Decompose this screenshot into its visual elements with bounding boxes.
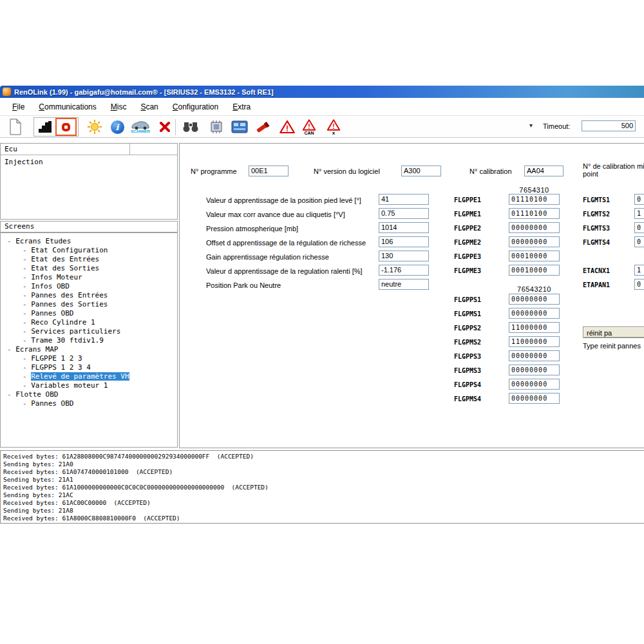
- parameter-value-field[interactable]: 106: [379, 236, 429, 247]
- warning-clear-icon: !: [326, 119, 341, 131]
- tree-item[interactable]: Trame 30 ftdiv1.9: [1, 336, 177, 345]
- tree-item[interactable]: Infos Moteur: [1, 273, 177, 282]
- flag-value-field[interactable]: 00010000: [509, 265, 560, 276]
- flag-value-field[interactable]: 00000000: [509, 308, 560, 319]
- parameter-value-field[interactable]: -1.176: [379, 265, 429, 276]
- status-flags-list: FLGMTS1 0 FLGMTS2 1 FLGMTS3 0 FLGMTS4 0 …: [583, 194, 644, 293]
- log-panel[interactable]: Received bytes: 61A28808000C987474000000…: [0, 450, 644, 524]
- output-flags-list: FLGPPS1 00000000 FLGPMS1 00000000 FLGPPS…: [454, 294, 583, 407]
- stop-button[interactable]: [55, 118, 77, 136]
- ecu-chip-button[interactable]: [206, 117, 227, 137]
- scanner-button[interactable]: SCANNER: [129, 117, 152, 137]
- parameter-value-field[interactable]: neutre: [379, 279, 429, 290]
- clear-faults-button[interactable]: ! x: [323, 117, 344, 137]
- tree-item[interactable]: Relevé de paramètres VH: [1, 372, 177, 381]
- parameter-value-field[interactable]: 0.75: [379, 208, 429, 219]
- menu-item[interactable]: File: [5, 100, 32, 114]
- flag-value-field[interactable]: 1: [634, 265, 644, 276]
- read-data-button[interactable]: [34, 118, 55, 136]
- bit-positions-header-mid: 76543210: [509, 285, 560, 293]
- parameter-label: Pression atmospherique [mb]: [206, 225, 298, 232]
- window-title: RenOLink (1.99) - gabigafu@hotmail.com® …: [14, 88, 274, 96]
- tree-item[interactable]: Services particuliers: [1, 327, 177, 336]
- flag-value-field[interactable]: 00000000: [509, 350, 560, 361]
- new-file-button[interactable]: [5, 117, 26, 137]
- reinit-faults-button[interactable]: réinit pa: [583, 327, 644, 338]
- tree-item[interactable]: FLGPPE 1 2 3: [1, 354, 177, 363]
- settings-button[interactable]: [84, 117, 105, 137]
- tree-item[interactable]: Etat des Sorties: [1, 264, 177, 273]
- tree-item-label: FLGPPE 1 2 3: [31, 354, 82, 363]
- flag-value-field[interactable]: 11000000: [509, 336, 560, 347]
- tree-item[interactable]: Pannes des Sorties: [1, 300, 177, 309]
- timeout-input[interactable]: 500: [582, 120, 636, 131]
- calibration-field[interactable]: AA04: [524, 166, 564, 176]
- tree-item[interactable]: Pannes des Entrées: [1, 291, 177, 300]
- tree-item[interactable]: Infos OBD: [1, 282, 177, 291]
- ecu-item-injection[interactable]: Injection: [1, 157, 177, 167]
- tree-item[interactable]: Pannes OBD: [1, 309, 177, 318]
- menu-item[interactable]: Misc: [104, 100, 134, 114]
- tree-item[interactable]: Flotte OBD: [1, 390, 177, 399]
- tree-item[interactable]: Etat des Entrées: [1, 255, 177, 264]
- flag-row: FLGMTS3 0: [583, 222, 644, 236]
- flag-value-field[interactable]: 0: [634, 279, 644, 290]
- menu-item[interactable]: Configuration: [166, 100, 225, 114]
- flag-value-field[interactable]: 00000000: [509, 393, 560, 404]
- info-icon: i: [111, 120, 124, 134]
- disconnect-button[interactable]: [155, 117, 175, 137]
- tree-item[interactable]: Ecrans MAP: [1, 345, 177, 354]
- flag-row: FLGMTS2 1: [583, 208, 644, 222]
- flag-value-field[interactable]: 1: [634, 208, 644, 219]
- flag-value-field[interactable]: 00000000: [509, 379, 560, 390]
- flag-row: FLGPPE3 00010000: [454, 251, 583, 265]
- software-version-field[interactable]: A300: [401, 166, 441, 176]
- ecu-chip-icon: [209, 120, 224, 134]
- flag-value-field[interactable]: 0: [634, 194, 644, 205]
- tree-item-label: Ecrans MAP: [15, 345, 58, 354]
- flag-value-field[interactable]: 00000000: [509, 236, 560, 247]
- can-faults-button[interactable]: ! CAN: [299, 117, 319, 137]
- tree-item[interactable]: Pannes OBD: [1, 399, 177, 408]
- dashboard-button[interactable]: [229, 117, 250, 137]
- flag-name: FLGPMS3: [454, 367, 481, 374]
- tree-item[interactable]: Ecrans Etudes: [1, 237, 177, 246]
- tree-item-label: Flotte OBD: [15, 390, 58, 399]
- flag-row: ETAPAN1 0: [583, 279, 644, 293]
- menu-item[interactable]: Extra: [225, 100, 258, 114]
- parameter-value-field[interactable]: 130: [379, 251, 429, 261]
- flag-value-field[interactable]: 00010000: [509, 251, 560, 261]
- menu-item[interactable]: Scan: [133, 100, 165, 114]
- tree-item-label: Reco Cylindre 1: [31, 318, 95, 327]
- flag-name: FLGPME2: [454, 239, 481, 246]
- tool-button[interactable]: [252, 117, 273, 137]
- timeout-dropdown-caret[interactable]: [529, 122, 533, 129]
- faults-button[interactable]: !: [277, 117, 298, 137]
- tree-item[interactable]: Reco Cylindre 1: [1, 318, 177, 327]
- flag-value-field[interactable]: 0: [634, 236, 644, 247]
- title-bar[interactable]: RenOLink (1.99) - gabigafu@hotmail.com® …: [0, 86, 644, 98]
- flag-value-field[interactable]: 01110100: [509, 194, 560, 205]
- flag-row: FLGPPE1 01110100: [454, 194, 583, 208]
- flag-value-field[interactable]: 01110100: [509, 208, 560, 219]
- flag-value-field[interactable]: 00000000: [509, 222, 560, 233]
- menu-item[interactable]: Communications: [32, 100, 103, 114]
- tree-item[interactable]: FLGPPS 1 2 3 4: [1, 363, 177, 372]
- flag-value-field[interactable]: 0: [634, 222, 644, 233]
- ecu-panel: Ecu Injection: [0, 143, 178, 220]
- flag-value-field[interactable]: 11000000: [509, 322, 560, 333]
- parameter-value-field[interactable]: 41: [379, 194, 429, 205]
- tree-item[interactable]: Variables moteur 1: [1, 381, 177, 390]
- parameter-value-field[interactable]: 1014: [379, 222, 429, 233]
- tree-item[interactable]: Etat Configuration: [1, 246, 177, 255]
- flag-value-field[interactable]: 00000000: [509, 294, 560, 305]
- info-button[interactable]: i: [107, 117, 128, 137]
- flag-value-field[interactable]: 00000000: [509, 365, 560, 375]
- scanner-car-icon: [131, 120, 150, 130]
- search-button[interactable]: [180, 117, 201, 137]
- software-version-label: N° version du logiciel: [314, 167, 380, 175]
- program-field[interactable]: 00E1: [249, 166, 289, 176]
- dashboard-icon: [231, 120, 248, 133]
- flag-name: FLGPMS1: [454, 310, 481, 317]
- program-label: N° programme: [191, 167, 237, 175]
